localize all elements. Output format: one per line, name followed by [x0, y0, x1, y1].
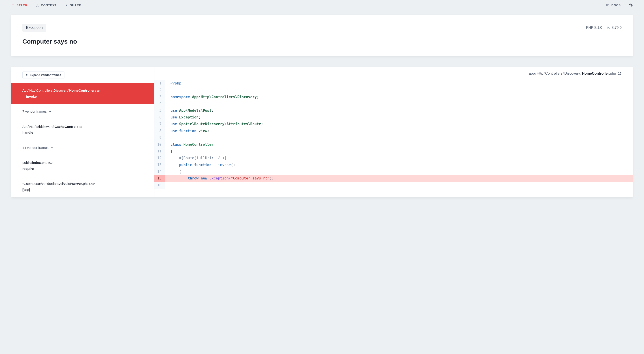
laravel-icon [606, 3, 610, 7]
code-line: 5use App\Models\Post; [154, 107, 633, 114]
laravel-version: 8.79.0 [607, 26, 622, 30]
code-text [165, 134, 170, 141]
nav-stack-label: STACK [16, 3, 28, 7]
line-number: 9 [154, 134, 165, 141]
nav-context-label: CONTEXT [41, 3, 56, 7]
php-version: PHP 8.1.0 [586, 26, 602, 30]
code-text [165, 182, 170, 189]
code-line: 14 { [154, 168, 633, 175]
frame-method: require [22, 166, 143, 172]
code-text: class HomeController [165, 141, 214, 148]
code-line: 9 [154, 134, 633, 141]
collapsed-label: 7 vendor frames [22, 109, 46, 114]
code-text: use App\Models\Post; [165, 107, 214, 114]
code-text [165, 87, 170, 93]
line-number: 1 [154, 80, 165, 87]
expand-vendor-button[interactable]: Expand vendor frames [22, 71, 64, 78]
frame-path: ~/.composer/vendor/laravel/valet/server.… [22, 181, 143, 186]
stack-frame[interactable]: App\Http\Controllers\Discovery\HomeContr… [11, 83, 154, 104]
stack-frame[interactable]: App\Http\Middleware\CacheControl:13handl… [11, 119, 154, 140]
collapsed-label: 44 vendor frames [22, 145, 48, 150]
code-pane: app/Http/Controllers/Discovery/HomeContr… [154, 67, 633, 197]
frame-method: handle [22, 130, 143, 135]
line-number: 8 [154, 128, 165, 134]
stack-frame[interactable]: ~/.composer/vendor/laravel/valet/server.… [11, 176, 154, 197]
settings-button[interactable] [629, 3, 633, 7]
top-nav: STACK CONTEXT SHARE DOCS [0, 0, 644, 10]
code-line: 4 [154, 100, 633, 107]
gear-icon [629, 3, 633, 7]
code-text: #[Route(fullUri: '/')] [165, 155, 226, 161]
nav-share-label: SHARE [70, 3, 81, 7]
expand-icon [26, 74, 28, 76]
code-line: 11{ [154, 148, 633, 155]
nav-docs[interactable]: DOCS [606, 3, 621, 7]
line-number: 10 [154, 141, 165, 148]
line-number: 14 [154, 168, 165, 175]
code-line: 8use function view; [154, 128, 633, 134]
exception-title: Computer says no [22, 38, 622, 45]
line-number: 13 [154, 162, 165, 168]
code-text: { [165, 168, 181, 175]
code-line: 12 #[Route(fullUri: '/')] [154, 155, 633, 161]
line-number: 11 [154, 148, 165, 155]
line-number: 4 [154, 100, 165, 107]
code-text: <?php [165, 80, 181, 87]
frame-path: App\Http\Controllers\Discovery\HomeContr… [22, 88, 143, 93]
line-number: 6 [154, 114, 165, 121]
exception-badge: Exception [22, 24, 46, 32]
stack-frame[interactable]: public/index.php:52require [11, 155, 154, 176]
code-line: 3namespace App\Http\Controllers\Discover… [154, 94, 633, 100]
code-breadcrumb: app/Http/Controllers/Discovery/HomeContr… [154, 67, 633, 80]
line-number: 3 [154, 94, 165, 100]
code-text: throw new Exception("Computer says no"); [165, 175, 274, 182]
code-line: 15 throw new Exception("Computer says no… [154, 175, 633, 182]
line-number: 16 [154, 182, 165, 189]
vendor-frames-collapsed[interactable]: 7 vendor frames [11, 104, 154, 119]
laravel-icon [607, 26, 610, 29]
expand-vendor-label: Expand vendor frames [30, 73, 61, 77]
context-icon [36, 3, 39, 7]
code-line: 13 public function __invoke() [154, 162, 633, 168]
code-line: 10class HomeController [154, 141, 633, 148]
line-number: 15 [154, 175, 165, 182]
code-line: 6use Exception; [154, 114, 633, 121]
line-number: 7 [154, 121, 165, 127]
chevron-down-icon [49, 110, 52, 113]
nav-context[interactable]: CONTEXT [36, 3, 56, 7]
code-line: 2 [154, 87, 633, 93]
nav-stack[interactable]: STACK [11, 3, 28, 7]
stack-icon [11, 3, 15, 7]
frame-method: __invoke [22, 94, 143, 99]
frame-path: public/index.php:52 [22, 160, 143, 165]
code-text: { [165, 148, 173, 155]
code-text: use function view; [165, 128, 209, 134]
frame-path: App\Http\Middleware\CacheControl:13 [22, 124, 143, 129]
code-block: 1<?php23namespace App\Http\Controllers\D… [154, 80, 633, 189]
code-text: use Exception; [165, 114, 201, 121]
share-icon [64, 3, 68, 7]
frame-method: [top] [22, 187, 143, 192]
code-text: use Spatie\RouteDiscovery\Attributes\Rou… [165, 121, 263, 127]
code-text: namespace App\Http\Controllers\Discovery… [165, 94, 259, 100]
chevron-down-icon [51, 146, 54, 149]
line-number: 5 [154, 107, 165, 114]
code-line: 1<?php [154, 80, 633, 87]
code-text [165, 100, 170, 107]
code-line: 16 [154, 182, 633, 189]
line-number: 2 [154, 87, 165, 93]
main-panel: Expand vendor frames App\Http\Controller… [11, 67, 633, 197]
code-text: public function __invoke() [165, 162, 235, 168]
nav-share[interactable]: SHARE [64, 3, 81, 7]
vendor-frames-collapsed[interactable]: 44 vendor frames [11, 140, 154, 156]
code-line: 7use Spatie\RouteDiscovery\Attributes\Ro… [154, 121, 633, 127]
versions: PHP 8.1.0 8.79.0 [586, 26, 622, 30]
nav-docs-label: DOCS [611, 3, 621, 7]
line-number: 12 [154, 155, 165, 161]
exception-header: Exception PHP 8.1.0 8.79.0 Computer says… [11, 15, 633, 56]
stack-sidebar: Expand vendor frames App\Http\Controller… [11, 67, 154, 197]
